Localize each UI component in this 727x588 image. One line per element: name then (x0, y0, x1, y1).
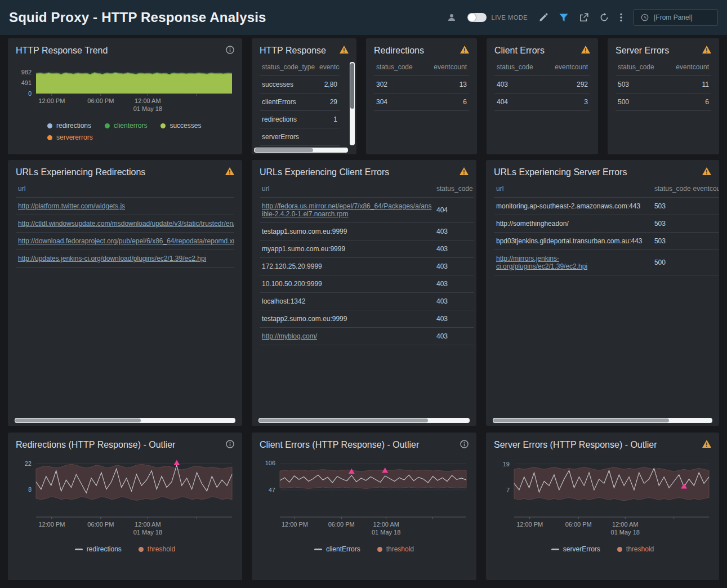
server-errors-outlier-chart[interactable]: 19712:00 PM06:00 PM12:00 AM01 May 18 (489, 453, 716, 543)
http-response-trend-chart[interactable]: 982491012:00 PM06:00 PM12:00 AM01 May 18 (11, 59, 239, 117)
table-row[interactable]: http://platform.twitter.com/widgets.js (16, 198, 234, 215)
column-header-eventcount[interactable]: eventcount (547, 59, 591, 76)
table-row[interactable]: 403292 (494, 76, 590, 93)
warning-icon[interactable] (581, 46, 590, 54)
column-header-eventcount[interactable]: eventcount (317, 59, 340, 76)
warning-icon[interactable] (460, 46, 469, 54)
horizontal-scrollbar[interactable] (493, 418, 712, 423)
column-header-url[interactable]: url (260, 180, 434, 198)
table-row[interactable]: http://mirrors.jenkins-ci.org/plugins/ec… (494, 250, 719, 275)
table-row[interactable]: 10.100.50.200:9999403 (260, 275, 474, 293)
edit-pencil-icon[interactable] (539, 13, 548, 22)
table-row[interactable]: 50311 (616, 76, 711, 93)
url-link[interactable]: http://updates.jenkins-ci.org/download/p… (18, 255, 206, 262)
panel-title: URLs Experiencing Server Errors (494, 167, 627, 177)
table-row[interactable]: 3046 (374, 93, 469, 111)
table-row[interactable]: http://updates.jenkins-ci.org/download/p… (16, 250, 234, 268)
legend-item-threshold[interactable]: threshold (377, 545, 414, 553)
column-header-status_code[interactable]: status_code (434, 180, 474, 198)
column-header-status_code[interactable]: status_code (494, 59, 547, 76)
table-row[interactable]: 5006 (616, 93, 711, 111)
warning-icon[interactable] (702, 46, 711, 54)
panel-client-errors: Client Errors status_codeeventcount40329… (487, 38, 598, 154)
column-header-status_code[interactable]: status_code (616, 59, 668, 76)
table-row[interactable]: successes2,80 (260, 76, 340, 93)
legend-item-threshold[interactable]: threshold (617, 545, 654, 553)
legend-item-servererrors[interactable]: servererrors (47, 133, 93, 141)
table-row[interactable]: http://somethingheadon/503 (494, 215, 719, 233)
legend-item-redirections[interactable]: redirections (75, 545, 122, 553)
info-icon[interactable] (226, 46, 234, 54)
url-link[interactable]: http://platform.twitter.com/widgets.js (18, 202, 125, 210)
column-header-status_code[interactable]: status_code (652, 180, 691, 198)
horizontal-scrollbar[interactable] (254, 148, 348, 153)
scrollbar-thumb[interactable] (255, 148, 313, 152)
legend-item-serverErrors[interactable]: serverErrors (551, 545, 600, 553)
url-link[interactable]: http://mirrors.jenkins-ci.org/plugins/ec… (496, 255, 587, 270)
kebab-menu-icon[interactable] (620, 13, 622, 22)
column-header-status_code_type[interactable]: status_code_type (260, 59, 317, 76)
table-row[interactable]: myapp1.sumo.com.eu:9999403 (260, 240, 474, 258)
legend-item-successes[interactable]: successes (160, 122, 201, 130)
scrollbar-thumb[interactable] (15, 418, 141, 422)
table-row[interactable]: bpd03tjenkins.glideportal.transurban.com… (494, 233, 719, 250)
table-row[interactable]: 172.120.25.20:9999403 (260, 258, 474, 275)
table-row[interactable]: http://ctldl.windowsupdate.com/msdownloa… (16, 215, 234, 233)
share-icon[interactable] (579, 13, 588, 22)
filter-icon[interactable] (559, 13, 568, 22)
table-row[interactable]: monitoring.ap-southeast-2.amazonaws.com:… (494, 198, 719, 215)
column-header-url[interactable]: url (16, 180, 234, 198)
panel-outlier-server-errors: Server Errors (HTTP Response) - Outlier … (486, 433, 719, 580)
warning-icon[interactable] (702, 440, 711, 448)
legend-item-redirections[interactable]: redirections (47, 122, 91, 130)
table-row[interactable]: http://fedora.us.mirror.net/epel/7/x86_6… (260, 198, 474, 223)
table-row[interactable]: serverErrors (260, 128, 340, 146)
refresh-icon[interactable] (600, 13, 609, 22)
horizontal-scrollbar[interactable] (15, 418, 235, 423)
svg-text:12:00 PM: 12:00 PM (282, 521, 308, 528)
legend-label: successes (170, 122, 201, 130)
scrollbar-thumb[interactable] (259, 418, 428, 422)
info-icon[interactable] (226, 440, 234, 448)
column-header-url[interactable]: url (494, 180, 652, 198)
svg-text:01 May 18: 01 May 18 (133, 105, 162, 112)
legend-item-clientErrors[interactable]: clientErrors (314, 545, 360, 553)
table-cell-status_code: 403 (434, 328, 474, 345)
url-link[interactable]: http://ctldl.windowsupdate.com/msdownloa… (18, 220, 234, 228)
table-row[interactable]: 30213 (374, 76, 469, 93)
url-link[interactable]: http://myblog.com/ (262, 332, 317, 340)
live-mode-toggle[interactable] (467, 13, 487, 22)
horizontal-scrollbar[interactable] (258, 418, 470, 423)
column-header-status_code[interactable]: status_code (374, 59, 426, 76)
warning-icon[interactable] (225, 167, 234, 175)
chart-legend: redirectionsclienterrorssuccessesservere… (47, 122, 216, 141)
info-icon[interactable] (460, 440, 469, 448)
legend-item-threshold[interactable]: threshold (139, 545, 175, 553)
redirections-outlier-chart[interactable]: 22812:00 PM06:00 PM12:00 AM01 May 18 (11, 453, 239, 543)
url-link[interactable]: http://fedora.us.mirror.net/epel/7/x86_6… (262, 202, 432, 218)
warning-icon[interactable] (460, 167, 469, 175)
table-row[interactable]: testapp1.sumo.com.eu:9999403 (260, 223, 474, 240)
table-row[interactable]: clientErrors29 (260, 93, 340, 111)
table-row[interactable]: testapp2.sumo.com.eu:9999403 (260, 310, 474, 328)
column-header-eventcount[interactable]: eventcount (426, 59, 469, 76)
warning-icon[interactable] (340, 46, 349, 54)
warning-icon[interactable] (702, 167, 711, 175)
column-header-eventcount[interactable]: eventcount (668, 59, 712, 76)
table-row[interactable]: localhost:1342403 (260, 293, 474, 310)
vertical-scrollbar[interactable] (350, 62, 355, 145)
table-row[interactable]: http://myblog.com/403 (260, 328, 474, 345)
table-cell-status_code: 304 (374, 93, 426, 111)
client-errors-outlier-chart[interactable]: 1064712:00 PM06:00 PM12:00 AM01 May 18 (255, 453, 473, 543)
column-header-eventcount[interactable]: eventcount (691, 180, 719, 198)
user-icon[interactable] (447, 13, 456, 22)
scrollbar-thumb[interactable] (493, 418, 669, 422)
legend-item-clienterrors[interactable]: clienterrors (105, 122, 147, 130)
legend-dot (377, 547, 382, 552)
time-range-selector[interactable]: [From Panel] (634, 9, 718, 26)
url-link[interactable]: http://download.fedoraproject.org/pub/ep… (18, 237, 234, 245)
table-row[interactable]: redirections1 (260, 111, 340, 128)
table-row[interactable]: 4043 (494, 93, 590, 111)
scrollbar-thumb[interactable] (350, 63, 354, 109)
table-row[interactable]: http://download.fedoraproject.org/pub/ep… (16, 233, 234, 250)
